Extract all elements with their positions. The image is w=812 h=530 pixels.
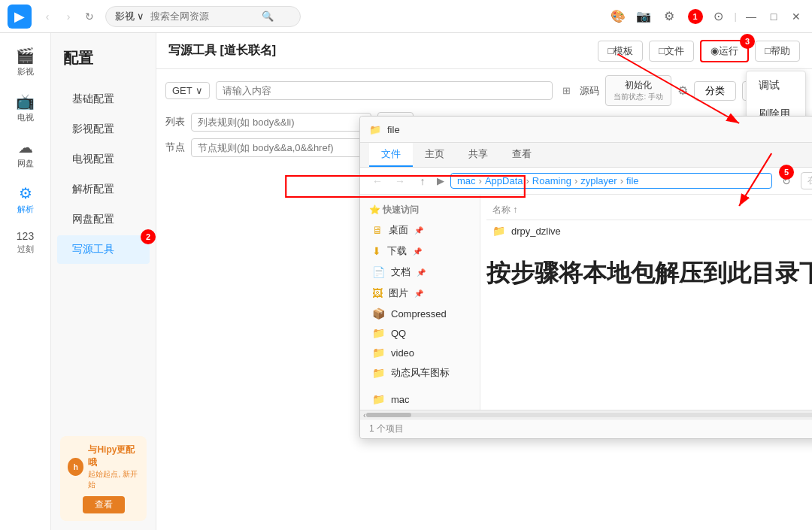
sidebar-item-netdisk[interactable]: ☁ 网盘 (5, 132, 47, 175)
fe-scroll-thumb[interactable] (366, 413, 411, 417)
fe-sidebar: ⭐ 快速访问 🖥 桌面 📌 ⬇ 下载 📌 📄 文档 📌 (360, 195, 480, 410)
nav-item-parse[interactable]: 解析配置 (57, 175, 150, 204)
fe-status-bar: 1 个项目 ⊞ ☰ (360, 419, 812, 438)
drpy-folder-icon: 📁 (492, 225, 505, 237)
fe-tabs: 文件 主页 共享 查看 ∨ ? (360, 143, 812, 168)
tool-row-1: GET ∨ ⊞ 源码 初始化 当前状态: 手动 ⚙ 分类 首 调试 (165, 75, 803, 106)
search-input[interactable] (150, 11, 256, 22)
tool-actions: □模板 □文件 ◉运行 3 □帮助 (598, 40, 800, 62)
fe-file-drpy[interactable]: 📁 drpy_dzlive 2024/5/29 19:58 (486, 220, 812, 241)
fe-sidebar-docs[interactable]: 📄 文档 📌 (360, 262, 480, 283)
file-button[interactable]: □文件 (649, 41, 694, 62)
tool-header: 写源工具 [道长联名] □模板 □文件 ◉运行 3 □帮助 (156, 33, 812, 69)
menu-item-debug[interactable]: 调试 (747, 71, 805, 100)
nav-item-netdisk[interactable]: 网盘配置 (57, 205, 150, 234)
settings-icon[interactable]: ⚙ (659, 7, 679, 26)
search-type-selector[interactable]: 影视 ∨ (115, 10, 144, 23)
fe-title-bar: 📁 file — □ ✕ (360, 117, 812, 143)
fe-sidebar-desktop[interactable]: 🖥 桌面 📌 (360, 220, 480, 241)
qq-folder-icon: 📁 (372, 327, 385, 339)
fe-tab-file[interactable]: 文件 (369, 143, 413, 167)
pin-icon2: 📌 (413, 247, 422, 256)
pin-icon4: 📌 (414, 289, 423, 298)
copy-icon[interactable]: ⊞ (559, 83, 574, 98)
search-icon[interactable]: 🔍 (262, 11, 274, 22)
classify-button[interactable]: 分类 (694, 81, 736, 101)
theme-icon[interactable]: 🎨 (608, 7, 628, 26)
tv-icon: 📺 (16, 92, 35, 111)
fe-forward-button[interactable]: → (392, 173, 408, 189)
screen-icon[interactable]: 📷 (634, 7, 653, 26)
file-name: drpy_dzlive (511, 226, 812, 237)
breadcrumb-roaming[interactable]: Roaming (532, 175, 571, 186)
badge-2: 2 (141, 229, 156, 244)
minimize-button[interactable]: — (743, 8, 759, 25)
sidebar-item-movies[interactable]: 🎬 影视 (5, 41, 47, 83)
settings-nav: 配置 基础配置 影视配置 电视配置 解析配置 网盘配置 写源工具 2 h 与Hi… (51, 33, 156, 530)
nav-item-writesource[interactable]: 写源工具 2 (57, 235, 150, 264)
search-area: 影视 ∨ 🔍 (105, 6, 301, 27)
app-logo[interactable]: ▶ (8, 5, 32, 29)
nav-item-tv[interactable]: 电视配置 (57, 145, 150, 174)
fe-tab-home[interactable]: 主页 (413, 143, 456, 167)
fe-status-text: 1 个项目 (369, 422, 404, 435)
maximize-button[interactable]: □ (765, 8, 782, 25)
refresh-button[interactable]: ↻ (80, 7, 99, 26)
fe-scrollbar-horizontal[interactable]: ‹ › (360, 410, 812, 419)
template-button[interactable]: □模板 (598, 41, 643, 62)
method-selector[interactable]: GET ∨ (165, 82, 210, 99)
badge-1: 1 (688, 9, 703, 24)
breadcrumb-appdata[interactable]: AppData (485, 175, 523, 186)
fe-sidebar-downloads[interactable]: ⬇ 下载 📌 (360, 241, 480, 262)
close-button[interactable]: ✕ (788, 8, 804, 25)
init-box[interactable]: 初始化 当前状态: 手动 (605, 75, 671, 106)
badge-5: 5 (779, 165, 794, 180)
fe-sidebar-windmill[interactable]: 📁 动态风车图标 (360, 362, 480, 383)
sidebar-item-parse[interactable]: ⚙ 解析 (5, 178, 47, 221)
fe-body: ⭐ 快速访问 🖥 桌面 📌 ⬇ 下载 📌 📄 文档 📌 (360, 195, 812, 410)
top-bar: ▶ ‹ › ↻ 影视 ∨ 🔍 🎨 📷 ⚙ 1 ⊙ | — □ ✕ (0, 0, 812, 33)
tool-title: 写源工具 [道长联名] (168, 43, 276, 59)
sidebar-item-tv[interactable]: 📺 电视 (5, 86, 47, 129)
settings-title: 配置 (51, 48, 156, 83)
init-icon[interactable]: ⚙ (677, 83, 688, 98)
run-button[interactable]: ◉运行 3 (700, 40, 749, 62)
name-col-header: 名称 ↑ (492, 204, 812, 217)
fe-back-button[interactable]: ← (369, 173, 386, 189)
nav-item-basic[interactable]: 基础配置 (57, 85, 150, 114)
fe-tab-share[interactable]: 共享 (456, 143, 500, 167)
fe-tab-view[interactable]: 查看 (500, 143, 544, 167)
fe-sidebar-compressed[interactable]: 📦 Compressed (360, 304, 480, 323)
back-button[interactable]: ‹ (38, 7, 57, 26)
url-input[interactable] (216, 81, 553, 100)
hipy-logo: h (68, 458, 83, 476)
fe-up-button[interactable]: ↑ (414, 173, 431, 189)
forward-button[interactable]: › (59, 7, 78, 26)
breadcrumb-zyplayer[interactable]: zyplayer (580, 175, 617, 186)
help-button[interactable]: □帮助 (755, 41, 800, 62)
pin-icon3: 📌 (417, 268, 426, 277)
download-folder-icon: ⬇ (372, 245, 381, 257)
movie-icon: 🎬 (16, 47, 35, 65)
nav-item-movies[interactable]: 影视配置 (57, 115, 150, 144)
nav-buttons: ‹ › ↻ (38, 7, 99, 26)
fe-file-header: 名称 ↑ 修改日期 (486, 201, 812, 220)
pin-icon: 📌 (414, 226, 423, 235)
top-right-controls: 🎨 📷 ⚙ 1 ⊙ | — □ ✕ (608, 7, 804, 26)
folder-icon: 📁 (369, 124, 381, 135)
fe-search-box: 在 file 中搜索 🔍 (801, 172, 812, 189)
fe-sidebar-mac[interactable]: 📁 mac (360, 389, 480, 409)
list-rule-input[interactable] (191, 113, 371, 132)
mac-folder-icon: 📁 (372, 393, 385, 405)
fe-sidebar-qq[interactable]: 📁 QQ (360, 323, 480, 343)
breadcrumb-mac[interactable]: mac (457, 175, 476, 186)
fe-sidebar-pics[interactable]: 🖼 图片 📌 (360, 283, 480, 304)
breadcrumb-file[interactable]: file (626, 175, 639, 186)
chevron-icon: ∨ (195, 85, 203, 96)
gear2-icon[interactable]: ⊙ (709, 7, 729, 26)
fe-sidebar-video[interactable]: 📁 video (360, 343, 480, 362)
fe-toolbar: ← → ↑ ▶ mac › AppData › Roaming › zyplay… (360, 168, 812, 195)
sidebar-item-engrave[interactable]: 123 过刻 (5, 224, 47, 261)
hipy-view-button[interactable]: 查看 (83, 496, 125, 513)
content-area: 写源工具 [道长联名] □模板 □文件 ◉运行 3 □帮助 GET ∨ ⊞ (156, 33, 812, 530)
